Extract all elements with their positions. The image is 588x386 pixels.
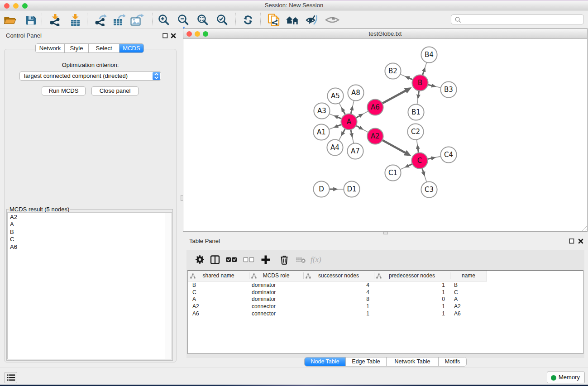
result-item[interactable]: C (8, 236, 172, 243)
column-header-MCDS-role[interactable]: MCDS role (249, 271, 303, 281)
export-table-icon[interactable] (112, 13, 126, 27)
cell: A2 (454, 303, 490, 310)
graph-node-A1[interactable]: A1 (313, 124, 329, 140)
column-separator (303, 272, 304, 279)
graph-node-A8[interactable]: A8 (348, 85, 363, 100)
result-item[interactable]: A6 (8, 243, 172, 251)
import-table-icon[interactable] (69, 13, 81, 27)
add-icon[interactable] (260, 250, 271, 269)
cell: A (454, 296, 490, 303)
graph-node-D1[interactable]: D1 (344, 181, 359, 197)
tab-network-table[interactable]: Network Table (387, 357, 439, 366)
tab-select[interactable]: Select (89, 44, 120, 52)
graph-node-A3[interactable]: A3 (314, 103, 330, 119)
tab-motifs[interactable]: Motifs (439, 357, 466, 366)
zoom-out-icon[interactable] (177, 13, 190, 27)
svg-text:D1: D1 (347, 185, 356, 193)
graph-node-C2[interactable]: C2 (407, 124, 423, 139)
graph-node-B4[interactable]: B4 (421, 47, 437, 62)
refresh-icon[interactable] (242, 13, 254, 27)
graph-node-A7[interactable]: A7 (347, 143, 363, 159)
unchecked-boxes-icon[interactable] (243, 250, 254, 269)
tab-edge-table[interactable]: Edge Table (346, 357, 387, 366)
svg-text:B3: B3 (444, 86, 453, 94)
mcds-result-list[interactable]: A2ABCA6 (7, 212, 172, 359)
graph-node-C1[interactable]: C1 (385, 165, 401, 181)
delete-icon[interactable] (279, 250, 290, 269)
show-eye-icon[interactable] (325, 13, 340, 27)
svg-text:A7: A7 (351, 147, 360, 155)
checked-boxes-icon[interactable] (226, 250, 237, 269)
run-mcds-button[interactable]: Run MCDS (42, 86, 86, 95)
graph-node-A2[interactable]: A2 (367, 128, 383, 144)
cell: 1 (306, 310, 369, 318)
cell: 1 (376, 303, 445, 310)
graph-edge-B-B4-arrow (423, 71, 424, 75)
graph-node-A4[interactable]: A4 (327, 139, 343, 155)
search-input[interactable] (451, 14, 584, 24)
delete-table-icon[interactable] (296, 250, 306, 269)
graph-node-C3[interactable]: C3 (421, 181, 437, 197)
result-item[interactable]: A (8, 221, 172, 228)
graph-node-B[interactable]: B (412, 75, 428, 91)
control-panel-tabs: Network Style Select MCDS (35, 43, 144, 53)
result-scrollbar[interactable] (165, 213, 172, 359)
close-panel-button[interactable]: Close panel (91, 86, 139, 95)
close-panel-icon[interactable] (171, 33, 176, 38)
graph-node-C[interactable]: C (411, 152, 427, 168)
export-network-icon[interactable] (94, 13, 107, 27)
duplicate-network-icon[interactable] (267, 13, 282, 27)
graph-node-A6[interactable]: A6 (367, 99, 383, 115)
graph-node-A[interactable]: A (341, 114, 357, 129)
svg-text:C3: C3 (425, 186, 434, 194)
tab-mcds[interactable]: MCDS (120, 44, 143, 52)
gear-icon[interactable] (194, 250, 206, 269)
svg-text:A1: A1 (317, 128, 326, 136)
save-icon[interactable] (25, 13, 37, 27)
cell: 1 (306, 303, 369, 310)
graph-node-B3[interactable]: B3 (440, 81, 456, 97)
float-window-icon[interactable] (569, 238, 574, 244)
memory-button[interactable]: Memory (547, 372, 585, 383)
search-icon (455, 17, 461, 23)
cell: B (192, 282, 247, 289)
home-icon[interactable] (285, 13, 302, 27)
graph-edge-A-A5-arrow (343, 111, 345, 114)
tab-node-table[interactable]: Node Table (305, 357, 346, 366)
mcds-result-legend: MCDS result (5 nodes) (9, 206, 70, 213)
table-row-A[interactable]: Adominator80A (188, 296, 583, 303)
zoom-fit-icon[interactable] (196, 13, 209, 27)
zoom-selected-icon[interactable] (216, 13, 229, 27)
column-header-name[interactable]: name (450, 271, 487, 281)
tab-style[interactable]: Style (65, 44, 89, 52)
tab-network[interactable]: Network (36, 44, 65, 52)
graph-edge-A-A4-arrow (343, 129, 345, 133)
graph-node-A5[interactable]: A5 (327, 88, 343, 104)
close-panel-icon[interactable] (578, 238, 583, 244)
zoom-in-icon[interactable] (158, 13, 170, 27)
cell: A (192, 296, 247, 303)
import-network-icon[interactable] (49, 13, 61, 27)
result-item[interactable]: B (8, 229, 172, 236)
float-window-icon[interactable] (163, 33, 168, 38)
table-row-B[interactable]: Bdominator41B (188, 282, 583, 289)
result-item[interactable]: A2 (8, 214, 172, 221)
table-row-C[interactable]: Cdominator41C (188, 289, 583, 296)
column-header-predecessor-nodes[interactable]: predecessor nodes (374, 271, 450, 281)
network-window-titlebar[interactable]: testGlobe.txt (183, 29, 587, 39)
graph-node-C4[interactable]: C4 (440, 147, 456, 162)
open-folder-icon[interactable] (3, 13, 17, 27)
column-header-shared-name[interactable]: shared name (188, 271, 249, 281)
show-panels-button[interactable] (5, 372, 17, 383)
table-row-A6[interactable]: A6connector11A6 (188, 310, 583, 318)
graph-node-B2[interactable]: B2 (385, 63, 401, 79)
split-column-icon[interactable] (210, 250, 220, 269)
criterion-select[interactable]: largest connected component (directed) (19, 71, 161, 81)
graph-node-D[interactable]: D (313, 181, 329, 197)
svg-text:D: D (319, 185, 324, 193)
table-row-A2[interactable]: A2connector11A2 (188, 303, 583, 310)
hide-eye-icon[interactable] (305, 13, 320, 27)
export-image-icon[interactable] (130, 13, 144, 27)
graph-node-B1[interactable]: B1 (408, 104, 424, 120)
column-header-successor-nodes[interactable]: successor nodes (303, 271, 374, 281)
